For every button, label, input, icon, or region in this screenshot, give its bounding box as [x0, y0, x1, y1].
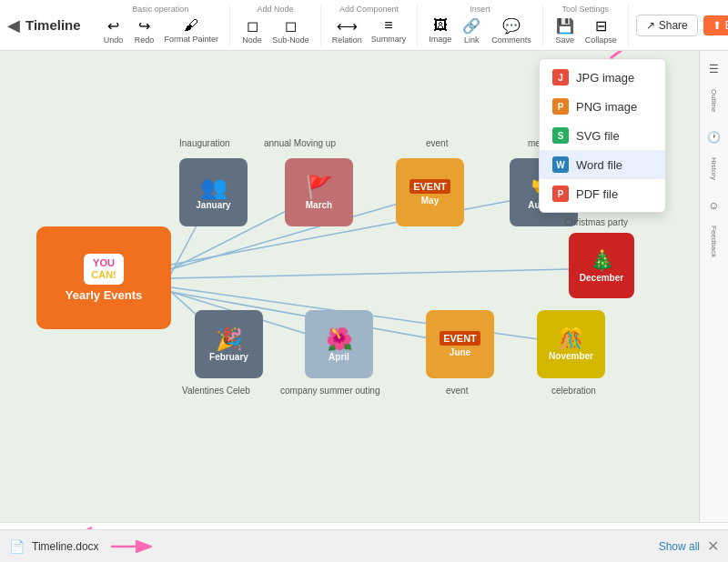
group-label-insert: Insert [470, 5, 490, 14]
relation-icon: ⟷ [337, 17, 358, 35]
word-icon: W [552, 156, 569, 173]
sub-node-button[interactable]: ◻Sub-Node [268, 15, 313, 46]
format-painter-icon: 🖌 [184, 17, 198, 34]
save-button[interactable]: 💾Save [551, 15, 580, 46]
node-november[interactable]: 🎊 November [537, 310, 605, 378]
export-button[interactable]: ⬆ Export [703, 15, 728, 35]
download-bar: 📄 Timeline.docx Show all ✕ [0, 529, 728, 562]
export-png[interactable]: P PNG image [540, 92, 665, 121]
node-november-label: November [549, 351, 593, 361]
sub-node-icon: ◻ [285, 17, 297, 35]
format-painter-button[interactable]: 🖌Format Painter [161, 15, 223, 46]
group-items-add-component: ⟷Relation ≡Summary [329, 15, 410, 46]
save-icon: 💾 [556, 17, 574, 35]
node-label: Node [242, 35, 262, 45]
collapse-button[interactable]: ⊟Collapse [581, 15, 621, 46]
main-area: YOUCAN! Yearly Events 👥 January Inaugura… [0, 51, 728, 522]
png-icon: P [552, 98, 569, 115]
toolbar-group-tool-settings: Tool Settings 💾Save ⊟Collapse [551, 5, 629, 46]
group-items-add-node: ◻Node ◻Sub-Node [238, 15, 313, 46]
group-items-tool-settings: 💾Save ⊟Collapse [551, 15, 621, 46]
close-download-button[interactable]: ✕ [707, 537, 719, 555]
image-button[interactable]: 🖼Image [425, 15, 455, 46]
export-icon: ⬆ [713, 19, 722, 32]
node-june-label: June [450, 347, 470, 357]
export-arrow [602, 51, 656, 63]
svg-line-10 [611, 51, 647, 58]
group-items-insert: 🖼Image 🔗Link 💬Comments [425, 15, 535, 46]
pdf-icon: P [552, 186, 569, 202]
svg-label: SVG file [576, 129, 620, 143]
node-january-sublabel: Inauguration [179, 138, 230, 148]
comments-icon: 💬 [502, 17, 521, 35]
group-items-basic: ↩Undo ↪Redo 🖌Format Painter [99, 15, 223, 46]
summary-label: Summary [371, 35, 407, 44]
node-march-label: March [306, 200, 332, 210]
toolbar-group-insert: Insert 🖼Image 🔗Link 💬Comments [425, 5, 543, 46]
word-label: Word file [576, 158, 622, 172]
node-january[interactable]: 👥 January [179, 158, 248, 226]
node-icon: ◻ [247, 17, 258, 35]
toolbar-group-basic: Basic operation ↩Undo ↪Redo 🖌Format Pain… [99, 5, 231, 46]
sub-node-label: Sub-Node [272, 35, 309, 45]
file-icon: 📄 [9, 539, 25, 554]
comments-button[interactable]: 💬Comments [488, 15, 535, 46]
node-may-label: May [421, 196, 439, 206]
pdf-label: PDF file [576, 187, 618, 201]
share-button[interactable]: ↗ Share [636, 15, 698, 36]
redo-button[interactable]: ↪Redo [130, 15, 159, 46]
center-node[interactable]: YOUCAN! Yearly Events [36, 226, 171, 329]
undo-label: Undo [104, 35, 124, 45]
node-december[interactable]: 🎄 December [569, 233, 634, 298]
toolbar-group-add-component: Add Component ⟷Relation ≡Summary [329, 5, 419, 46]
export-word[interactable]: W Word file [540, 150, 665, 179]
download-arrow [106, 536, 152, 557]
save-label: Save [555, 35, 574, 45]
node-february[interactable]: 🎉 February [195, 310, 263, 378]
show-all-button[interactable]: Show all [659, 540, 700, 553]
node-april[interactable]: 🌺 April [305, 310, 373, 378]
outline-button[interactable]: ☰ [703, 58, 725, 80]
summary-button[interactable]: ≡Summary [368, 15, 410, 46]
node-june-sublabel: event [446, 386, 468, 396]
toolbar-group-add-node: Add Node ◻Node ◻Sub-Node [238, 5, 321, 46]
history-label: History [710, 157, 718, 180]
node-button[interactable]: ◻Node [238, 15, 267, 46]
link-label: Link [464, 35, 480, 45]
node-december-label: December [580, 273, 623, 283]
link-button[interactable]: 🔗Link [457, 15, 486, 46]
link-icon: 🔗 [462, 17, 480, 35]
export-svg[interactable]: S SVG file [540, 121, 665, 150]
center-node-label: Yearly Events [66, 288, 143, 302]
back-button[interactable]: ◀ [7, 15, 20, 36]
share-icon: ↗ [646, 19, 655, 32]
svg-icon: S [552, 127, 569, 144]
undo-icon: ↩ [107, 17, 119, 35]
group-label-tool-settings: Tool Settings [561, 5, 609, 14]
redo-label: Redo [135, 35, 155, 45]
outline-label: Outline [710, 89, 718, 112]
node-june[interactable]: EVENT June [426, 310, 494, 378]
export-pdf[interactable]: P PDF file [540, 179, 665, 208]
group-label-add-node: Add Node [257, 5, 293, 14]
image-label: Image [429, 35, 451, 44]
feedback-button[interactable]: ☺ [703, 195, 725, 216]
undo-button[interactable]: ↩Undo [99, 15, 128, 46]
node-november-sublabel: celebration [551, 386, 596, 396]
node-december-sublabel: Christmas party [564, 217, 628, 227]
node-march-sublabel: annual Moving up [264, 138, 336, 148]
node-april-sublabel: company summer outing [280, 386, 380, 396]
jpg-label: JPG image [576, 71, 634, 85]
toolbar: ◀ Timeline Basic operation ↩Undo ↪Redo 🖌… [0, 0, 728, 51]
node-january-label: January [196, 200, 230, 210]
canvas[interactable]: YOUCAN! Yearly Events 👥 January Inaugura… [0, 51, 699, 522]
node-march[interactable]: 🚩 March [285, 158, 353, 226]
export-jpg[interactable]: J JPG image [540, 63, 665, 92]
relation-label: Relation [332, 35, 362, 45]
relation-button[interactable]: ⟷Relation [329, 15, 366, 46]
history-button[interactable]: 🕐 [703, 126, 725, 148]
right-sidebar: ☰ Outline 🕐 History ☺ Feedback [699, 51, 728, 522]
comments-label: Comments [491, 35, 531, 45]
node-may[interactable]: EVENT May [396, 158, 464, 226]
svg-line-8 [171, 269, 569, 278]
